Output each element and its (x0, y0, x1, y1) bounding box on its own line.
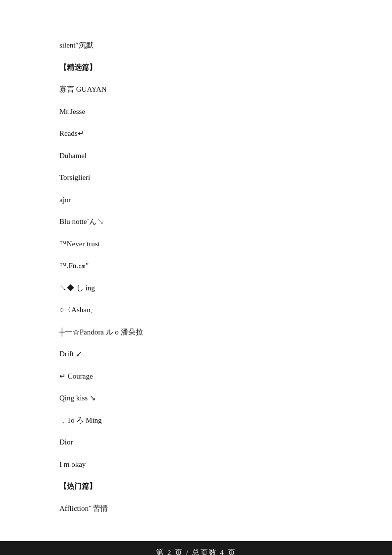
item-8: ajor (59, 194, 333, 206)
item-16: ↵ Courage (59, 371, 333, 382)
pagination-text: 第 2 页 / 总页数 4 页 (156, 549, 236, 555)
item-6: Duhamel (59, 150, 333, 162)
page-content: silent″沉默【精选篇】寡言 GUAYANMr.JesseReads↵Duh… (0, 0, 392, 555)
item-5: Reads↵ (59, 128, 333, 139)
item-7: Torsiglieri (59, 172, 333, 183)
item-12: ↘◆ し ing (59, 282, 333, 294)
pagination-bar: 第 2 页 / 总页数 4 页 (0, 541, 392, 555)
item-19: Dior (59, 437, 333, 448)
item-18: ，To ろ Ming (59, 415, 333, 426)
item-11: ™.Fn.㎝″ (59, 260, 333, 272)
item-9: Blu notte`ん↘ (59, 216, 333, 227)
item-2: 【精选篇】 (59, 62, 333, 73)
item-20: I m okay (59, 459, 333, 470)
item-14: ┼一☆Pandora ル ο 潘朵拉 (59, 327, 333, 338)
item-17: Qing kiss ↘ (59, 392, 333, 404)
item-1: silent″沉默 (59, 40, 333, 51)
item-10: ™Never trust (59, 238, 333, 250)
item-22: Affliction˘ 苦情 (59, 503, 333, 514)
item-3: 寡言 GUAYAN (59, 84, 333, 95)
item-15: Drift ↙ (59, 348, 333, 360)
item-4: Mr.Jesse (59, 106, 333, 117)
item-21: 【热门篇】 (59, 481, 333, 492)
item-13: ○〈Ashan、 (59, 304, 333, 316)
